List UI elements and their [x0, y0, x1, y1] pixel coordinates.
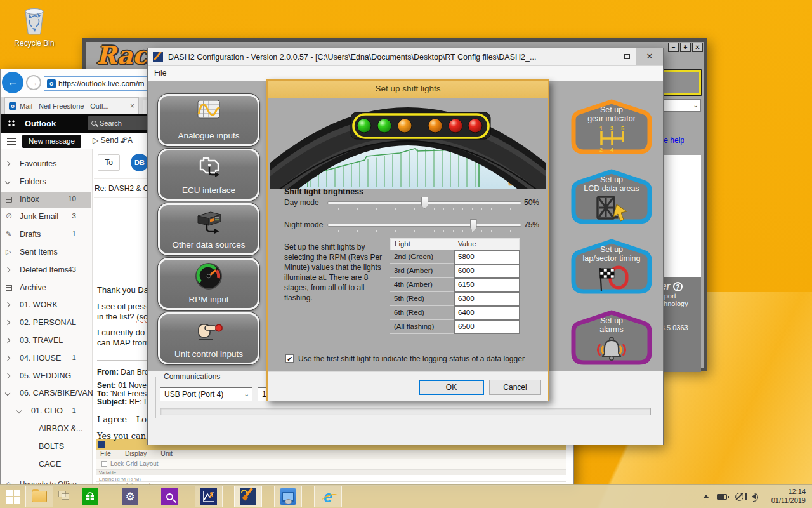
taskbar-file-explorer[interactable] — [25, 486, 53, 507]
setup-lcd-data-areas-button[interactable]: Set upLCD data areas — [570, 169, 653, 225]
battery-icon[interactable] — [717, 494, 727, 500]
setup-lap-sector-timing-button[interactable]: Set uplap/sector timing — [570, 239, 653, 295]
browser-tab[interactable]: o Mail - Neil Freestone - Outl... × — [4, 97, 139, 114]
taskbar-store[interactable] — [76, 486, 104, 507]
tick — [462, 208, 463, 210]
minimize-button[interactable]: – — [598, 48, 617, 65]
speaker-icon[interactable] — [752, 493, 756, 500]
embedded-menu-unit[interactable]: Unit — [160, 450, 173, 459]
taskbar-internet-explorer[interactable]: e — [314, 486, 342, 507]
start-button[interactable] — [6, 490, 20, 504]
sidebar-item-06-cars-bike-van[interactable]: 06. CARS/BIKE/VAN — [1, 386, 91, 401]
rpm-value-input[interactable]: 6000 — [454, 264, 520, 278]
sidebar-item-cage[interactable]: CAGE — [1, 457, 91, 472]
ecu-interface-button[interactable]: ECU interface — [158, 149, 259, 201]
sidebar-item-02-personal[interactable]: 02. PERSONAL — [1, 316, 91, 331]
pencil-icon: ✎ — [6, 230, 11, 238]
light-name-cell: 5th (Red) — [390, 292, 454, 306]
dialog-title[interactable]: Set up shift lights — [268, 81, 548, 98]
rpm-value-input[interactable]: 5800 — [454, 250, 520, 264]
tab-close-icon[interactable]: × — [130, 102, 134, 110]
shift-led-amber — [398, 119, 412, 133]
search-icon — [91, 121, 96, 126]
rt-window-controls: – + ✕ — [668, 43, 703, 52]
rt-minimize-button[interactable]: – — [668, 43, 679, 52]
attach-command[interactable]: 🖇A — [120, 136, 133, 145]
taskbar-analysis-app[interactable] — [195, 486, 223, 507]
sidebar-item-bolts[interactable]: BOLTS — [1, 439, 91, 455]
quoted-header-label: Sent: — [97, 381, 116, 390]
embedded-menu-display[interactable]: Display — [125, 450, 147, 459]
setup-gear-indicator-button[interactable]: Set upgear indicator 135 24 — [570, 99, 653, 155]
sidebar-item-label: Inbox — [20, 195, 39, 204]
tick — [405, 230, 405, 232]
recycle-bin[interactable]: Recycle Bin — [10, 5, 58, 48]
rt-move-button[interactable]: + — [680, 43, 691, 52]
rpm-value-input[interactable]: 6150 — [454, 278, 520, 292]
rt-close-button[interactable]: ✕ — [692, 43, 703, 52]
menu-file[interactable]: File — [154, 69, 166, 77]
sidebar-item-drafts[interactable]: ✎Drafts1 — [1, 227, 91, 243]
tick — [414, 208, 415, 210]
hamburger-menu-icon[interactable] — [7, 138, 16, 145]
rpm-input-button[interactable]: RPM input — [158, 258, 259, 310]
browser-forward-button[interactable]: → — [26, 75, 41, 90]
sidebar-item-01-work[interactable]: 01. WORK — [1, 298, 91, 313]
taskbar-settings[interactable]: ⚙ — [116, 486, 144, 507]
taskbar-device-manager[interactable] — [274, 486, 302, 507]
maximize-button[interactable] — [617, 48, 636, 65]
com-port-select[interactable]: USB Port (Port 4)⌄ — [160, 387, 252, 401]
close-button[interactable]: ✕ — [636, 48, 663, 65]
new-message-button[interactable]: New message — [22, 135, 81, 148]
rpm-value-input[interactable]: 6400 — [454, 306, 520, 320]
other-data-sources-button[interactable]: Other data sources — [158, 203, 259, 255]
taskbar-dash2-config[interactable] — [234, 486, 262, 507]
shift-led-red — [468, 119, 482, 133]
night-mode-slider[interactable] — [327, 224, 521, 227]
checkbox[interactable]: ✔ — [285, 354, 294, 363]
sidebar-item-04-house[interactable]: 04. HOUSE1 — [1, 351, 91, 366]
sidebar-item-05-wedding[interactable]: 05. WEDDING — [1, 369, 91, 384]
hidden-icons-chevron[interactable] — [703, 495, 709, 498]
table-header: Light Value — [390, 238, 520, 250]
tick — [348, 208, 348, 210]
unit-control-inputs-button[interactable]: Unit control inputs — [158, 312, 259, 364]
store-icon — [82, 488, 98, 505]
embedded-menu-file[interactable]: File — [100, 450, 111, 459]
unit-control-inputs-icon — [193, 317, 224, 344]
send-command[interactable]: ▷ Send — [93, 136, 119, 145]
help-icon[interactable]: ? — [673, 282, 683, 291]
stacked-windows-icon[interactable] — [58, 491, 70, 501]
rpm-value-input[interactable]: 6300 — [454, 292, 520, 306]
sidebar-item-junk-email[interactable]: ∅Junk Email3 — [1, 210, 91, 225]
app-launcher-icon[interactable] — [7, 119, 16, 128]
dash-preview-image — [270, 100, 546, 189]
analogue-inputs-button[interactable]: Analogue inputs — [158, 94, 259, 146]
avatar[interactable]: DB — [131, 154, 148, 171]
ok-button[interactable]: OK — [419, 380, 484, 395]
browser-back-button[interactable]: ← — [2, 72, 23, 93]
rpm-value-input[interactable]: 6500 — [454, 320, 520, 334]
sidebar-item-archive[interactable]: Archive — [1, 281, 91, 296]
sidebar-item-03-travel[interactable]: 03. TRAVEL — [1, 333, 91, 349]
sidebar-item-deleted-items[interactable]: Deleted Items43 — [1, 263, 91, 278]
no-network-icon[interactable] — [735, 493, 743, 501]
browser-address-bar[interactable]: o https://outlook.live.com/m — [44, 76, 149, 91]
dash2-titlebar[interactable]: DASH2 Configuration - Version 2.0.0.57 -… — [148, 48, 663, 66]
setup-alarms-button[interactable]: Set upalarms — [570, 310, 653, 366]
sidebar-item-airbox[interactable]: AIRBOX &... — [1, 422, 91, 437]
shift-led-red — [449, 119, 462, 133]
to-button[interactable]: To — [98, 154, 120, 171]
sidebar-item-sent-items[interactable]: ▷Sent Items — [1, 245, 91, 260]
taskbar-search[interactable] — [155, 486, 183, 507]
taskbar-clock[interactable]: 12:14 01/11/2019 — [771, 488, 806, 505]
sidebar-item-01-clio[interactable]: 01. CLIO1 — [1, 404, 91, 419]
tick — [338, 230, 339, 232]
sidebar-item-folders[interactable]: Folders — [1, 175, 91, 190]
sidebar-item-label: Junk Email — [20, 212, 58, 221]
sidebar-item-inbox[interactable]: Inbox10 — [1, 192, 91, 208]
outlook-search-box[interactable]: Search — [88, 116, 151, 130]
cancel-button[interactable]: Cancel — [489, 380, 541, 395]
chevron-down-icon — [16, 408, 22, 413]
sidebar-item-favourites[interactable]: Favourites — [1, 157, 91, 172]
